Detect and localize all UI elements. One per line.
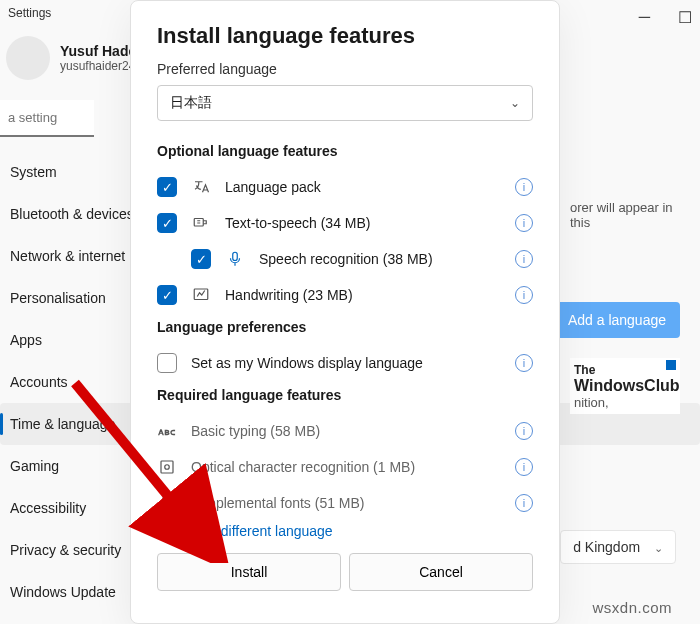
preferred-language-select[interactable]: 日本語 ⌄ xyxy=(157,85,533,121)
option-tts: Text-to-speech (34 MB) i xyxy=(157,205,533,241)
language-pack-icon xyxy=(191,177,211,197)
chevron-down-icon: ⌄ xyxy=(510,96,520,110)
option-label: Language pack xyxy=(225,179,321,195)
tts-icon xyxy=(191,213,211,233)
watermark: wsxdn.com xyxy=(592,599,672,616)
section-optional: Optional language features xyxy=(157,143,533,159)
maximize-icon[interactable]: ☐ xyxy=(678,8,692,27)
required-basic-typing: ᴀʙᴄ Basic typing (58 MB) i xyxy=(157,413,533,449)
keyboard-icon: ᴀʙᴄ xyxy=(157,421,177,441)
required-ocr: Optical character recognition (1 MB) i xyxy=(157,449,533,485)
option-label: Speech recognition (38 MB) xyxy=(259,251,433,267)
info-icon[interactable]: i xyxy=(515,286,533,304)
logo-square-icon xyxy=(666,360,676,370)
ocr-icon xyxy=(157,457,177,477)
option-label: Handwriting (23 MB) xyxy=(225,287,353,303)
chevron-down-icon: ⌄ xyxy=(654,542,663,554)
dialog-buttons: Install Cancel xyxy=(157,553,533,591)
svg-rect-0 xyxy=(194,219,203,227)
avatar xyxy=(6,36,50,80)
minimize-icon[interactable]: ─ xyxy=(639,8,650,27)
info-icon[interactable]: i xyxy=(515,458,533,476)
checkbox-speech[interactable] xyxy=(191,249,211,269)
option-label: Text-to-speech (34 MB) xyxy=(225,215,371,231)
microphone-icon xyxy=(225,249,245,269)
install-button[interactable]: Install xyxy=(157,553,341,591)
region-select[interactable]: d Kingdom ⌄ xyxy=(560,530,676,564)
preferred-language-value: 日本語 xyxy=(170,94,212,112)
add-language-button[interactable]: Add a language xyxy=(554,302,680,338)
info-icon[interactable]: i xyxy=(515,494,533,512)
fonts-icon: AA xyxy=(157,493,177,513)
background-hint-text: orer will appear in this xyxy=(570,200,680,230)
info-icon[interactable]: i xyxy=(515,422,533,440)
info-icon[interactable]: i xyxy=(515,354,533,372)
dialog-title: Install language features xyxy=(157,23,533,49)
checkbox-tts[interactable] xyxy=(157,213,177,233)
option-handwriting: Handwriting (23 MB) i xyxy=(157,277,533,313)
install-language-dialog: Install language features Preferred lang… xyxy=(130,0,560,624)
option-language-pack: Language pack i xyxy=(157,169,533,205)
option-display-language: Set as my Windows display language i xyxy=(157,345,533,381)
windowsclub-logo: TheWindowsClub nition, xyxy=(570,358,680,414)
handwriting-icon xyxy=(191,285,211,305)
preferred-language-label: Preferred language xyxy=(157,61,533,77)
option-label: Set as my Windows display language xyxy=(191,355,423,371)
info-icon[interactable]: i xyxy=(515,214,533,232)
checkbox-display-language[interactable] xyxy=(157,353,177,373)
section-preferences: Language preferences xyxy=(157,319,533,335)
info-icon[interactable]: i xyxy=(515,250,533,268)
svg-rect-3 xyxy=(161,461,173,473)
required-fonts: AA Supplemental fonts (51 MB) i xyxy=(157,485,533,521)
section-required: Required language features xyxy=(157,387,533,403)
info-icon[interactable]: i xyxy=(515,178,533,196)
window-controls: ─ ☐ xyxy=(639,8,692,27)
svg-rect-1 xyxy=(233,252,238,260)
required-label: Supplemental fonts (51 MB) xyxy=(191,495,365,511)
required-label: Basic typing (58 MB) xyxy=(191,423,320,439)
option-speech-recognition: Speech recognition (38 MB) i xyxy=(191,241,533,277)
checkbox-language-pack[interactable] xyxy=(157,177,177,197)
svg-point-4 xyxy=(165,465,170,470)
required-label: Optical character recognition (1 MB) xyxy=(191,459,415,475)
search-input[interactable] xyxy=(0,100,94,137)
cancel-button[interactable]: Cancel xyxy=(349,553,533,591)
checkbox-handwriting[interactable] xyxy=(157,285,177,305)
add-language-area: Add a language xyxy=(554,302,680,338)
choose-different-language-link[interactable]: Choose a different language xyxy=(157,523,533,539)
